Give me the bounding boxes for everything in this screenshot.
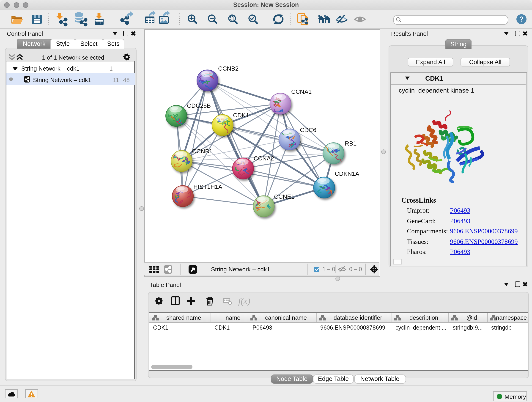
svg-text:CCNA1: CCNA1 bbox=[291, 88, 312, 95]
svg-text:CCNB2: CCNB2 bbox=[218, 65, 239, 72]
svg-text:description: description bbox=[409, 314, 438, 321]
svg-text:CDC25B: CDC25B bbox=[187, 102, 211, 109]
svg-text:@id: @id bbox=[467, 314, 477, 321]
svg-text:CCNE1: CCNE1 bbox=[274, 193, 294, 200]
svg-text:0 – 0: 0 – 0 bbox=[349, 266, 362, 272]
svg-text:CCNB1: CCNB1 bbox=[192, 148, 212, 155]
svg-text:canonical name: canonical name bbox=[265, 314, 307, 321]
svg-text:name: name bbox=[225, 314, 240, 321]
svg-text:shared name: shared name bbox=[166, 314, 201, 321]
svg-text:CCNA2: CCNA2 bbox=[254, 155, 274, 162]
svg-text:namespace: namespace bbox=[496, 314, 527, 321]
svg-text:CDC6: CDC6 bbox=[300, 127, 317, 133]
svg-text:CDKN1A: CDKN1A bbox=[335, 170, 359, 177]
svg-text:String Network – cdk1: String Network – cdk1 bbox=[211, 266, 270, 273]
svg-text:CDK1: CDK1 bbox=[233, 112, 249, 119]
svg-text:RB1: RB1 bbox=[345, 140, 356, 147]
svg-text:database identifier: database identifier bbox=[334, 314, 382, 321]
svg-text:1 – 0: 1 – 0 bbox=[322, 266, 335, 272]
svg-text:HIST1H1A: HIST1H1A bbox=[193, 183, 222, 190]
svg-text:f(x): f(x) bbox=[238, 296, 250, 306]
